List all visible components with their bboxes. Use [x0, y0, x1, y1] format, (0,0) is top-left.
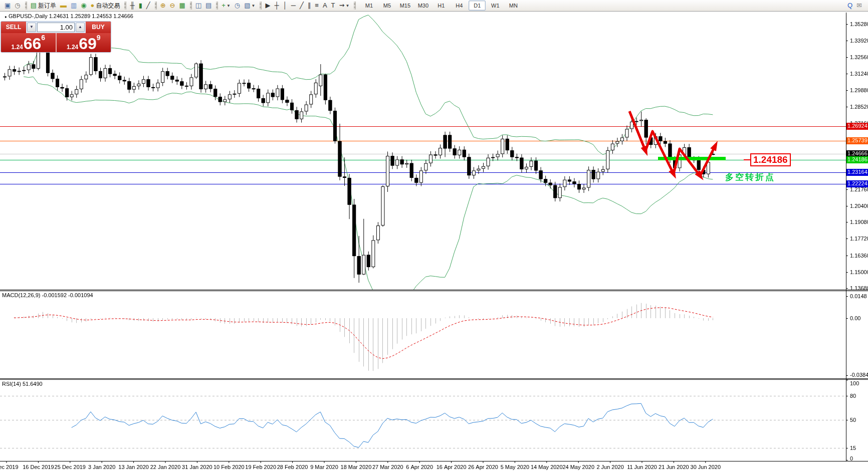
timeframe-m5-button[interactable]: M5 — [378, 1, 395, 11]
sell-price-prefix: 1.24 — [11, 44, 23, 51]
new-order-button[interactable]: ▤新订单 — [29, 1, 58, 11]
zoom-out-icon: ⊖ — [170, 1, 175, 11]
chart-symbol-header: ▸GBPUSD-,Daily 1.24631 1.25289 1.24553 1… — [5, 13, 133, 19]
templates-button-dropdown-icon[interactable]: ▼ — [252, 4, 256, 8]
add-indicator-button-dropdown-icon[interactable]: ▼ — [227, 4, 231, 8]
auto-arrange-button[interactable]: ◫ — [193, 1, 203, 11]
arrows-button-dropdown-icon[interactable]: ▼ — [345, 4, 349, 8]
buy-price-prefix: 1.24 — [67, 44, 78, 51]
candlestick-chart-icon: ▮ — [139, 1, 142, 11]
add-indicator-icon: + — [222, 1, 226, 11]
templates-icon: ▧ — [244, 1, 250, 11]
main-toolbar: ▣◷▤新订单▬▥◉●自动交易╫▮╱⊕⊖▦◫▤+▼◷▧▼▶┼│─╱∥≡AT⇝▼ M… — [0, 0, 868, 12]
line-chart-icon: ╱ — [146, 1, 150, 11]
toolbar-right-icons: Q✉ — [845, 1, 868, 11]
text-label-button[interactable]: T — [329, 1, 337, 11]
toolbar-separator — [216, 2, 218, 10]
fibonacci-icon: ≡ — [315, 1, 319, 11]
fibonacci-button[interactable]: ≡ — [313, 1, 321, 11]
zoom-out-button[interactable]: ⊖ — [168, 1, 177, 11]
new-order-button-label: 新订单 — [38, 2, 56, 10]
price-callout-box[interactable]: 1.24186 — [750, 153, 791, 166]
horizontal-line-icon: ─ — [291, 1, 296, 11]
one-click-trading-widget: SELL ▼ 1.00 ▲ BUY 1.24 66 6 1.24 69 9 — [1, 21, 111, 53]
templates-button[interactable]: ▧▼ — [242, 1, 257, 11]
new-chart-icon: ▣ — [5, 1, 11, 11]
mt4-window: ▣◷▤新订单▬▥◉●自动交易╫▮╱⊕⊖▦◫▤+▼◷▧▼▶┼│─╱∥≡AT⇝▼ M… — [0, 0, 868, 472]
channel-button[interactable]: ∥ — [306, 1, 313, 11]
volume-increase-button[interactable]: ▲ — [76, 23, 85, 32]
cascade-windows-icon: ▤ — [205, 1, 211, 11]
sell-price-panel[interactable]: 1.24 66 6 — [1, 33, 57, 52]
horizontal-line-button[interactable]: ─ — [289, 1, 298, 11]
volume-input[interactable]: 1.00 — [37, 23, 75, 32]
autotrading-icon: ● — [91, 1, 95, 11]
rsi-indicator-label: RSI(14) 51.6490 — [2, 381, 43, 387]
tile-windows-icon: ▦ — [179, 1, 185, 11]
arrows-button[interactable]: ⇝▼ — [337, 1, 352, 11]
chart-canvas[interactable] — [0, 0, 868, 472]
trendline-icon: ╱ — [300, 1, 304, 11]
new-order-icon: ▤ — [31, 1, 37, 11]
timeframe-d1-button[interactable]: D1 — [469, 1, 486, 11]
market-watch-icon: ▬ — [60, 1, 67, 11]
toolbar-buttons: ▣◷▤新订单▬▥◉●自动交易╫▮╱⊕⊖▦◫▤+▼◷▧▼▶┼│─╱∥≡AT⇝▼ — [0, 0, 357, 11]
timeframe-h4-button[interactable]: H4 — [451, 1, 468, 11]
chart-shift-marker-icon: ▸ — [5, 15, 7, 19]
zoom-in-icon: ⊕ — [160, 1, 166, 11]
crosshair-icon: ┼ — [274, 1, 279, 11]
timeframe-mn-button[interactable]: MN — [505, 1, 522, 11]
toolbar-separator — [155, 2, 157, 10]
trendline-button[interactable]: ╱ — [298, 1, 306, 11]
buy-price-panel[interactable]: 1.24 69 9 — [57, 33, 111, 52]
zoom-in-button[interactable]: ⊕ — [158, 1, 168, 11]
toolbar-separator — [25, 2, 27, 10]
candlestick-chart-button[interactable]: ▮ — [137, 1, 144, 11]
add-indicator-button[interactable]: +▼ — [220, 1, 233, 11]
buy-button[interactable]: BUY — [86, 22, 111, 33]
text-button[interactable]: A — [321, 1, 329, 11]
chat-icon[interactable]: ✉ — [854, 1, 864, 11]
sell-price-pip: 6 — [41, 34, 45, 42]
timeframe-m15-button[interactable]: M15 — [396, 1, 413, 11]
profiles-icon: ◷ — [15, 1, 20, 11]
sell-button[interactable]: SELL — [1, 22, 26, 33]
search-icon[interactable]: Q — [845, 1, 854, 11]
text-icon: A — [323, 1, 327, 11]
arrows-icon: ⇝ — [339, 1, 345, 11]
auto-arrange-icon: ◫ — [195, 1, 201, 11]
period-clock-button[interactable]: ◷ — [233, 1, 242, 11]
timeframe-h1-button[interactable]: H1 — [432, 1, 450, 11]
metaeditor-button[interactable]: ▥ — [69, 1, 79, 11]
vertical-line-icon: │ — [283, 1, 287, 11]
chat-icon: ✉ — [856, 1, 862, 11]
volume-strip: ▼ 1.00 ▲ — [26, 22, 86, 33]
callout-connector — [744, 159, 750, 160]
metaeditor-icon: ▥ — [71, 1, 77, 11]
cursor-button[interactable]: ▶ — [263, 1, 272, 11]
crosshair-button[interactable]: ┼ — [272, 1, 281, 11]
buy-price-pip: 9 — [97, 34, 101, 42]
timeframe-m1-button[interactable]: M1 — [360, 1, 377, 11]
volume-decrease-button[interactable]: ▼ — [27, 23, 36, 32]
toolbar-separator — [124, 2, 126, 10]
market-watch-button[interactable]: ▬ — [58, 1, 69, 11]
autotrading-button[interactable]: ●自动交易 — [89, 1, 122, 11]
text-label-icon: T — [331, 1, 335, 11]
new-chart-button[interactable]: ▣ — [3, 1, 13, 11]
bar-chart-icon: ╫ — [130, 1, 134, 11]
line-chart-button[interactable]: ╱ — [144, 1, 152, 11]
signals-button[interactable]: ◉ — [79, 1, 88, 11]
cascade-windows-button[interactable]: ▤ — [203, 1, 213, 11]
timeframe-w1-button[interactable]: W1 — [487, 1, 504, 11]
signals-icon: ◉ — [81, 1, 86, 11]
tile-windows-button[interactable]: ▦ — [177, 1, 187, 11]
timeframe-m30-button[interactable]: M30 — [414, 1, 431, 11]
timeframe-toolbar: M1M5M15M30H1H4D1W1MN — [357, 0, 522, 11]
toolbar-separator — [190, 2, 192, 10]
channel-icon: ∥ — [308, 1, 311, 11]
bar-chart-button[interactable]: ╫ — [128, 1, 136, 11]
profiles-button[interactable]: ◷ — [13, 1, 22, 11]
vertical-line-button[interactable]: │ — [281, 1, 289, 11]
sell-price-main: 66 — [24, 37, 42, 51]
